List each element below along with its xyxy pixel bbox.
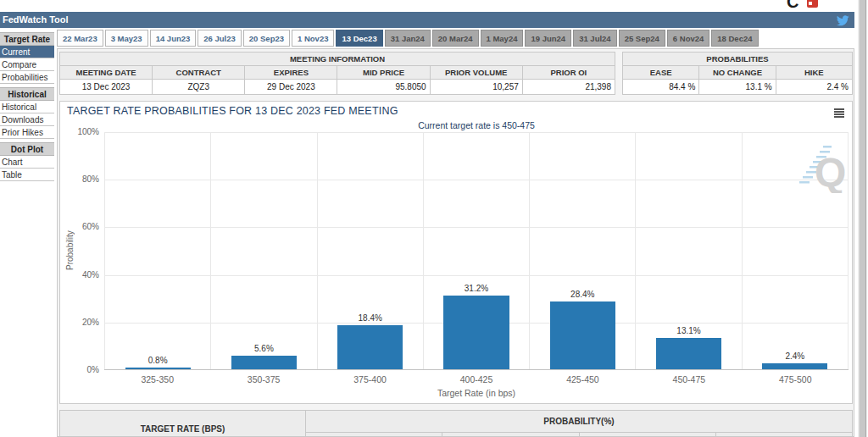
chart-subtitle: Current target rate is 450-475 [104, 120, 849, 130]
bottom-table: TARGET RATE (BPS) PROBABILITY(%) NOW1 DA… [59, 410, 853, 437]
x-tick-label: 450-475 [636, 374, 742, 384]
tab-13-dec23[interactable]: 13 Dec23 [336, 30, 382, 47]
tab-6-nov24[interactable]: 6 Nov24 [667, 30, 709, 47]
bottom-subcol-1-month: 1 MONTH [715, 433, 852, 437]
meeting-value-4: 10,257 [430, 80, 522, 95]
x-axis-label: Target Rate (in bps) [104, 388, 849, 398]
tab-3-may23[interactable]: 3 May23 [105, 30, 148, 47]
x-tick-label: 425-450 [530, 374, 636, 384]
bar-value-label: 28.4% [530, 290, 635, 299]
chart-title: TARGET RATE PROBABILITIES FOR 13 DEC 202… [67, 105, 398, 117]
app-title: FedWatch Tool [3, 14, 69, 25]
meeting-col-header-0: MEETING DATE [60, 66, 153, 80]
tab-14-jun23[interactable]: 14 Jun23 [150, 30, 197, 47]
main-panel: MEETING INFORMATION MEETING DATECONTRACT… [57, 48, 854, 437]
prob-value-0: 84.4 % [623, 80, 699, 95]
meeting-info-title: MEETING INFORMATION [60, 53, 615, 66]
twitter-icon[interactable] [837, 14, 849, 25]
category-350-375: 5.6% [210, 132, 316, 369]
sidebar-item-current[interactable]: Current [0, 46, 54, 58]
y-tick-label: 80% [70, 174, 99, 184]
vertical-scrollbar[interactable] [858, 0, 867, 437]
bar-475-500[interactable] [762, 363, 827, 369]
partial-letter-text: C [787, 0, 804, 11]
partial-logo-letter: C [787, 0, 804, 11]
bar-350-375[interactable] [231, 356, 297, 369]
tab-31-jul24[interactable]: 31 Jul24 [573, 30, 617, 47]
meeting-value-0: 13 Dec 2023 [60, 80, 153, 95]
chart-panel: TARGET RATE PROBABILITIES FOR 13 DEC 202… [59, 101, 853, 404]
sidebar-item-probabilities[interactable]: Probabilities [0, 71, 54, 84]
y-tick-label: 100% [70, 127, 99, 136]
category-375-400: 18.4% [317, 132, 423, 369]
sidebar: Target RateCurrentCompareProbabilitiesHi… [0, 32, 54, 181]
tab-20-sep23[interactable]: 20 Sep23 [243, 30, 290, 47]
sidebar-item-table[interactable]: Table [0, 169, 54, 181]
category-450-475: 13.1% [635, 132, 741, 369]
category-425-450: 28.4% [529, 132, 635, 369]
meeting-value-1: ZQZ3 [153, 80, 245, 95]
sidebar-item-downloads[interactable]: Downloads [0, 113, 54, 126]
meeting-col-header-5: PRIOR OI [522, 66, 615, 80]
x-tick-label: 475-500 [743, 374, 849, 384]
bar-value-label: 5.6% [211, 344, 316, 353]
bar-value-label: 2.4% [743, 351, 848, 361]
probabilities-table: PROBABILITIES EASENO CHANGEHIKE 84.4 %13… [622, 52, 853, 95]
bar-450-475[interactable] [656, 338, 721, 369]
bar-value-label: 13.1% [636, 326, 741, 335]
sidebar-section-historical: Historical [0, 87, 54, 101]
sidebar-item-prior-hikes[interactable]: Prior Hikes [0, 126, 54, 139]
y-tick-label: 40% [70, 270, 99, 279]
prob-col-header-2: HIKE [776, 66, 852, 80]
bottom-subcol-1-week: 1 WEEK [579, 433, 715, 437]
tab-1-nov23[interactable]: 1 Nov23 [292, 30, 334, 47]
meeting-col-header-1: CONTRACT [153, 66, 245, 80]
meeting-value-3: 95.8050 [337, 80, 430, 95]
prob-value-1: 13.1 % [699, 80, 776, 95]
sidebar-item-chart[interactable]: Chart [0, 156, 54, 169]
bar-value-label: 0.8% [105, 356, 210, 365]
bar-value-label: 18.4% [318, 313, 423, 323]
bar-375-400[interactable] [337, 325, 403, 369]
tab-31-jan24[interactable]: 31 Jan24 [385, 30, 431, 47]
category-325-350: 0.8% [104, 132, 210, 369]
scrollbar-thumb[interactable] [859, 0, 866, 437]
fedwatch-tool-page: C FedWatch Tool Target RateCurrentCompar… [0, 0, 868, 437]
sidebar-section-target-rate: Target Rate [0, 32, 54, 46]
category-400-425: 31.2% [423, 132, 529, 369]
plot-area: 0.8%5.6%18.4%31.2%28.4%13.1%2.4% [104, 132, 849, 370]
tab-18-dec24[interactable]: 18 Dec24 [711, 30, 758, 47]
prob-col-header-1: NO CHANGE [699, 66, 776, 80]
bar-325-350[interactable] [125, 368, 191, 369]
meeting-value-5: 21,398 [522, 80, 615, 95]
browser-chrome-strip: C [0, 0, 868, 12]
sidebar-item-compare[interactable]: Compare [0, 58, 54, 71]
bottom-subcol-1-day: 1 DAY [442, 433, 579, 437]
chart-menu-icon[interactable] [834, 108, 844, 119]
tab-22-mar23[interactable]: 22 Mar23 [57, 30, 103, 47]
bottom-table-prob-header: PROBABILITY(%) [306, 411, 853, 433]
tab-25-sep24[interactable]: 25 Sep24 [619, 30, 665, 47]
y-tick-label: 20% [70, 318, 99, 327]
x-tick-label: 325-350 [104, 374, 210, 384]
meeting-col-header-4: PRIOR VOLUME [430, 66, 522, 80]
tab-strip: 22 Mar233 May2314 Jun2326 Jul2320 Sep231… [57, 30, 759, 47]
quikstrike-watermark: Q [798, 141, 847, 196]
tab-20-mar24[interactable]: 20 Mar24 [432, 30, 479, 47]
meeting-info-table: MEETING INFORMATION MEETING DATECONTRACT… [59, 52, 615, 95]
tab-1-may24[interactable]: 1 May24 [481, 30, 524, 47]
meeting-value-2: 29 Dec 2023 [245, 80, 337, 95]
y-axis-label: Probability [65, 191, 75, 310]
x-tick-label: 375-400 [317, 374, 423, 384]
sidebar-item-historical[interactable]: Historical [0, 101, 54, 113]
y-tick-label: 60% [70, 222, 99, 231]
meeting-col-header-3: MID PRICE [337, 66, 430, 80]
tab-19-jun24[interactable]: 19 Jun24 [525, 30, 571, 47]
red-app-icon[interactable] [807, 0, 818, 8]
y-tick-label: 0% [70, 365, 99, 374]
tab-26-jul23[interactable]: 26 Jul23 [198, 30, 242, 47]
prob-value-2: 2.4 % [776, 80, 852, 95]
sidebar-section-dot-plot: Dot Plot [0, 142, 54, 156]
bar-400-425[interactable] [443, 296, 509, 369]
bar-425-450[interactable] [550, 301, 615, 369]
